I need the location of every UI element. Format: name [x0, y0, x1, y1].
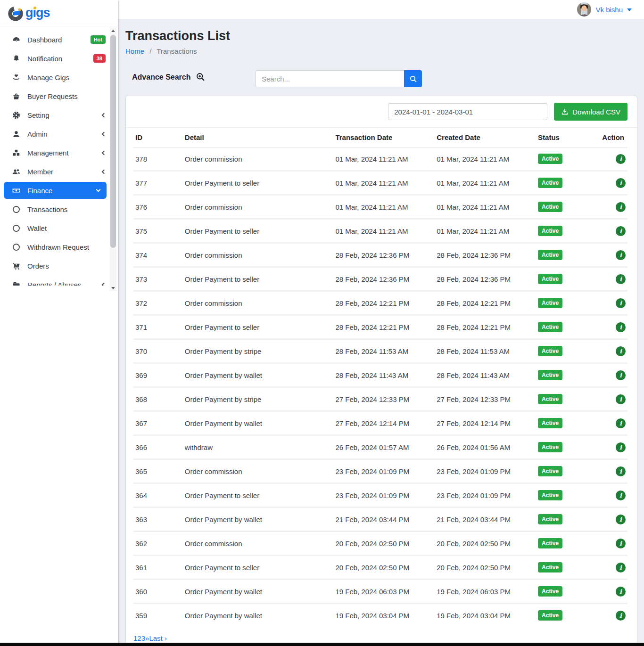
info-button[interactable]: i [616, 298, 626, 308]
info-button[interactable]: i [616, 418, 626, 428]
user-menu[interactable]: Vk bishu [595, 6, 623, 14]
cell-transaction-date: 28 Feb, 2024 12:36 PM [333, 243, 435, 267]
advance-search-toggle[interactable]: Advance Search [132, 72, 206, 82]
scroll-up-icon[interactable] [110, 27, 116, 34]
pagination-link[interactable]: 2 [137, 634, 141, 642]
sidebar-item-transactions[interactable]: Transactions [0, 200, 118, 219]
pagination-link[interactable]: Last › [149, 634, 167, 642]
info-button[interactable]: i [616, 274, 626, 284]
info-icon: i [619, 612, 622, 619]
sidebar-item-management[interactable]: Management [0, 143, 118, 162]
cell-status: Active [536, 339, 600, 363]
info-button[interactable]: i [616, 322, 626, 332]
money-icon [11, 186, 21, 195]
caret-down-icon[interactable] [627, 8, 632, 11]
info-button[interactable]: i [616, 563, 626, 572]
cell-id: 371 [133, 315, 183, 339]
table-row: 363 Order Payment by wallet 21 Feb, 2024… [133, 507, 627, 532]
info-button[interactable]: i [616, 202, 626, 212]
sidebar-item-label: Wallet [27, 224, 47, 232]
info-button[interactable]: i [616, 515, 626, 524]
table-row: 369 Order Payment by wallet 28 Feb, 2024… [133, 363, 627, 387]
table-row: 361 Order Payment to seller 20 Feb, 2024… [133, 556, 627, 580]
info-button[interactable]: i [616, 370, 626, 380]
info-button[interactable]: i [616, 226, 626, 236]
info-icon: i [619, 444, 622, 451]
sidebar-item-setting[interactable]: Setting [0, 106, 118, 124]
sidebar-item-notification[interactable]: Notification 38 [0, 49, 118, 68]
sidebar-item-label: Orders [27, 262, 49, 270]
sidebar-item-buyer-requests[interactable]: Buyer Requests [0, 87, 118, 106]
cell-action: i [600, 315, 627, 339]
cell-transaction-date: 20 Feb, 2024 02:50 PM [333, 532, 435, 556]
info-button[interactable]: i [616, 154, 626, 164]
sidebar-item-reports-abuses[interactable]: Reports / Abuses [0, 275, 118, 286]
brand-logo[interactable]: gigs [0, 0, 118, 26]
status-badge: Active [538, 394, 562, 404]
header-status: Status [536, 128, 600, 147]
info-button[interactable]: i [616, 587, 626, 597]
info-button[interactable]: i [616, 491, 626, 500]
search-button[interactable] [404, 70, 422, 87]
cell-action: i [600, 339, 627, 363]
sidebar-item-dashboard[interactable]: Dashboard Hot [0, 30, 118, 49]
cell-status: Active [536, 171, 600, 195]
avatar[interactable] [577, 2, 591, 16]
sidebar-item-admin[interactable]: Admin [0, 124, 118, 143]
transactions-card: Download CSV ID Detail Transaction Date … [125, 96, 637, 646]
status-badge: Active [538, 322, 562, 332]
cell-transaction-date: 01 Mar, 2024 11:21 AM [333, 195, 435, 219]
cell-created-date: 20 Feb, 2024 02:50 PM [435, 532, 536, 556]
cell-status: Active [536, 532, 600, 556]
info-button[interactable]: i [616, 346, 626, 356]
cell-transaction-date: 27 Feb, 2024 12:14 PM [333, 411, 435, 435]
sidebar-menu: Dashboard Hot Notification 38 Manage Gig… [0, 26, 118, 286]
breadcrumb-home-link[interactable]: Home [125, 47, 144, 55]
info-button[interactable]: i [616, 394, 626, 404]
user-icon [11, 129, 21, 139]
sidebar-scrollbar[interactable] [110, 27, 116, 291]
info-icon: i [619, 252, 622, 259]
status-badge: Active [538, 490, 562, 500]
info-button[interactable]: i [616, 539, 626, 548]
sidebar-item-withdrawn-request[interactable]: Withdrawn Request [0, 237, 118, 256]
info-button[interactable]: i [616, 466, 626, 476]
brand-g-icon [7, 4, 25, 22]
cell-id: 361 [133, 556, 183, 580]
download-csv-button[interactable]: Download CSV [554, 103, 627, 121]
hand-heart-icon [11, 73, 21, 82]
cell-action: i [600, 507, 627, 532]
cell-status: Active [536, 147, 600, 171]
chevron-down-icon [96, 188, 101, 192]
info-button[interactable]: i [616, 611, 626, 621]
info-icon: i [619, 155, 622, 163]
sidebar-item-orders[interactable]: Orders [0, 256, 118, 275]
cell-transaction-date: 20 Feb, 2024 02:50 PM [333, 556, 435, 580]
cell-detail: Order Payment by stripe [183, 339, 334, 363]
table-header-row: ID Detail Transaction Date Created Date … [133, 128, 627, 147]
status-badge: Active [538, 442, 562, 452]
cell-detail: Order Payment by wallet [183, 411, 334, 435]
scrollbar-thumb[interactable] [110, 35, 116, 248]
sidebar-item-manage-gigs[interactable]: Manage Gigs [0, 68, 118, 87]
cell-detail: Order Payment to seller [183, 315, 334, 339]
sidebar-item-member[interactable]: Member [0, 162, 118, 181]
search-input[interactable] [256, 70, 404, 87]
cell-created-date: 23 Feb, 2024 01:09 PM [435, 459, 536, 483]
pagination-link[interactable]: 3 [141, 634, 145, 642]
status-badge: Active [538, 586, 562, 597]
sidebar-item-finance[interactable]: Finance [4, 182, 107, 199]
cell-created-date: 01 Mar, 2024 11:21 AM [435, 147, 536, 171]
scroll-down-icon[interactable] [110, 285, 116, 291]
cell-detail: Order commission [183, 532, 334, 556]
table-row: 360 Order Payment by wallet 19 Feb, 2024… [133, 580, 627, 604]
cell-id: 362 [133, 532, 183, 556]
sidebar-item-wallet[interactable]: Wallet [0, 219, 118, 237]
date-range-input[interactable] [388, 103, 547, 120]
info-button[interactable]: i [616, 178, 626, 188]
info-button[interactable]: i [616, 250, 626, 260]
info-button[interactable]: i [616, 442, 626, 452]
card-controls: Download CSV [126, 96, 637, 128]
search-row: Advance Search [125, 69, 637, 88]
search-plus-icon [196, 72, 206, 82]
